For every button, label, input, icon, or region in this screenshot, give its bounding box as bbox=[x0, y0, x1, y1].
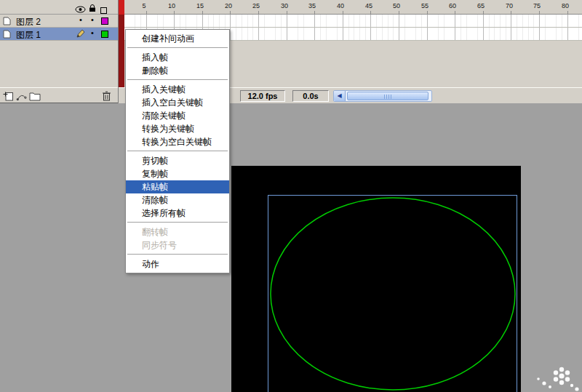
insert-layer-folder-icon[interactable] bbox=[29, 91, 41, 102]
layer-name[interactable]: 图层 2 bbox=[16, 16, 41, 28]
timeline-horizontal-scrollbar[interactable]: ◀ bbox=[333, 90, 432, 102]
layer1-color-swatch[interactable] bbox=[101, 31, 108, 38]
layer2-frames-row[interactable] bbox=[119, 15, 582, 28]
menu-separator bbox=[127, 79, 228, 81]
menu-item-insert-frame[interactable]: 插入帧 bbox=[126, 51, 229, 64]
layers-panel: 图层 2 • • 图层 1 • bbox=[0, 0, 119, 103]
ruler-number: 20 bbox=[225, 2, 232, 9]
pencil-edit-icon bbox=[76, 29, 85, 41]
ruler-number: 75 bbox=[533, 2, 541, 9]
layer-page-icon bbox=[3, 30, 11, 41]
menu-item-paste-frames[interactable]: 粘贴帧 bbox=[126, 180, 229, 193]
layer2-lock-dot[interactable]: • bbox=[87, 15, 97, 24]
ruler-number: 5 bbox=[142, 2, 146, 9]
ruler-number: 45 bbox=[365, 2, 372, 9]
layers-toolbar bbox=[0, 87, 118, 103]
ruler-number: 30 bbox=[281, 2, 288, 9]
menu-item-clear-keyframe[interactable]: 清除关键帧 bbox=[126, 109, 229, 122]
scrollbar-left-arrow[interactable]: ◀ bbox=[334, 91, 346, 101]
layer1-lock-dot[interactable]: • bbox=[87, 28, 97, 37]
menu-separator bbox=[127, 151, 228, 152]
menu-item-synchronize-symbols: 同步符号 bbox=[126, 239, 229, 252]
layer-name[interactable]: 图层 1 bbox=[16, 29, 41, 41]
flash-editor-window: 图层 2 • • 图层 1 • bbox=[0, 0, 582, 392]
scrollbar-grip bbox=[384, 95, 391, 99]
ruler-number: 15 bbox=[196, 2, 204, 9]
ruler-number: 65 bbox=[477, 2, 485, 9]
menu-item-convert-to-keyframe[interactable]: 转换为关键帧 bbox=[126, 122, 229, 135]
menu-item-clear-frames[interactable]: 清除帧 bbox=[126, 193, 229, 207]
menu-item-actions[interactable]: 动作 bbox=[126, 257, 229, 271]
layer-page-icon bbox=[3, 17, 11, 28]
scrollbar-thumb[interactable] bbox=[347, 92, 428, 100]
menu-item-copy-frames[interactable]: 复制帧 bbox=[126, 167, 229, 180]
layer-row-2[interactable]: 图层 2 • • bbox=[0, 15, 118, 28]
delete-layer-trash-icon[interactable] bbox=[102, 91, 113, 102]
menu-item-remove-frame[interactable]: 删除帧 bbox=[126, 64, 229, 77]
insert-layer-icon[interactable] bbox=[3, 91, 15, 102]
elapsed-time-indicator[interactable]: 0.0s bbox=[292, 90, 329, 102]
menu-item-insert-keyframe[interactable]: 插入关键帧 bbox=[126, 83, 229, 96]
ruler-number: 50 bbox=[393, 2, 400, 9]
ellipse-shape[interactable] bbox=[231, 166, 521, 392]
timeline-panel: 图层 2 • • 图层 1 • bbox=[0, 0, 582, 103]
layer2-visibility-dot[interactable]: • bbox=[76, 15, 86, 24]
ruler-number: 40 bbox=[337, 2, 344, 9]
layers-header bbox=[0, 0, 118, 15]
add-motion-guide-icon[interactable] bbox=[16, 91, 28, 102]
menu-item-create-motion-tween[interactable]: 创建补间动画 bbox=[126, 32, 229, 45]
layer2-color-swatch[interactable] bbox=[101, 17, 108, 25]
layer-row-1[interactable]: 图层 1 • bbox=[0, 28, 118, 41]
menu-separator bbox=[127, 47, 228, 49]
timeline-ruler[interactable]: 5 10 15 20 25 30 35 40 45 50 55 60 65 70… bbox=[119, 0, 582, 15]
ruler-number: 35 bbox=[308, 2, 316, 9]
menu-separator bbox=[127, 222, 228, 223]
fps-indicator[interactable]: 12.0 fps bbox=[240, 90, 285, 102]
ruler-number: 60 bbox=[449, 2, 456, 9]
stage-canvas[interactable] bbox=[231, 166, 521, 392]
ruler-number: 80 bbox=[562, 2, 569, 9]
menu-item-cut-frames[interactable]: 剪切帧 bbox=[126, 154, 229, 167]
menu-separator bbox=[127, 254, 228, 255]
frame-context-menu: 创建补间动画 插入帧 删除帧 插入关键帧 插入空白关键帧 清除关键帧 转换为关键… bbox=[125, 29, 230, 273]
ruler-number: 55 bbox=[421, 2, 428, 9]
ruler-number: 25 bbox=[252, 2, 260, 9]
menu-item-select-all-frames[interactable]: 选择所有帧 bbox=[126, 207, 229, 220]
playhead[interactable] bbox=[119, 0, 124, 87]
ruler-number: 70 bbox=[506, 2, 513, 9]
menu-item-reverse-frames: 翻转帧 bbox=[126, 225, 229, 239]
menu-item-convert-to-blank-keyframe[interactable]: 转换为空白关键帧 bbox=[126, 135, 229, 148]
ruler-number: 10 bbox=[168, 2, 175, 9]
lock-icon[interactable] bbox=[89, 2, 96, 15]
menu-item-insert-blank-keyframe[interactable]: 插入空白关键帧 bbox=[126, 96, 229, 109]
watermark-logo bbox=[522, 363, 582, 392]
